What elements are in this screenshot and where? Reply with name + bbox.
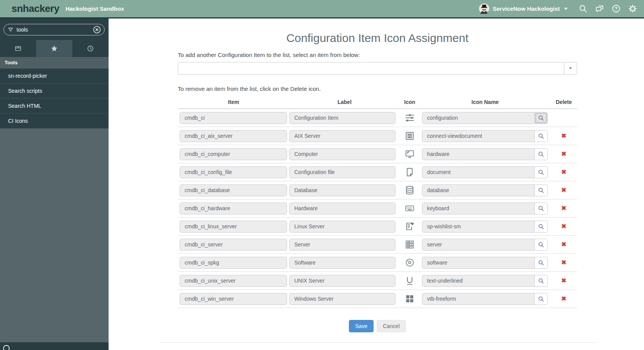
icon-name-input[interactable] <box>422 257 535 269</box>
icon-search-button[interactable] <box>534 221 548 233</box>
cancel-button[interactable]: Cancel <box>377 320 406 332</box>
filter-navigator-input[interactable] <box>17 27 93 33</box>
delete-icon[interactable]: ✖ <box>561 260 566 266</box>
nav-section-tools[interactable]: Tools <box>0 57 108 69</box>
item-input[interactable] <box>180 184 287 196</box>
icon-search-button[interactable] <box>534 112 548 124</box>
item-input[interactable] <box>180 112 287 124</box>
item-input[interactable] <box>180 148 287 160</box>
magnifier-icon <box>538 206 544 211</box>
item-input[interactable] <box>180 166 287 178</box>
app-logo[interactable]: snhackery <box>12 3 59 15</box>
label-input[interactable] <box>289 148 395 160</box>
label-input[interactable] <box>289 221 395 233</box>
delete-icon[interactable]: ✖ <box>561 187 566 193</box>
tab-history[interactable] <box>72 40 108 57</box>
delete-icon[interactable]: ✖ <box>561 223 566 229</box>
item-input[interactable] <box>180 239 287 251</box>
column-item: Item <box>178 99 289 105</box>
avatar <box>479 3 489 14</box>
item-input[interactable] <box>180 275 287 287</box>
icon-search-button[interactable] <box>534 203 548 214</box>
form-actions: Save Cancel <box>178 320 577 332</box>
clear-filter-button[interactable] <box>93 25 101 34</box>
item-input[interactable] <box>180 130 287 142</box>
item-input[interactable] <box>180 293 287 305</box>
item-input[interactable] <box>180 257 287 269</box>
icon-search-button[interactable] <box>534 166 548 178</box>
delete-icon[interactable]: ✖ <box>561 169 566 175</box>
label-input[interactable] <box>289 130 395 142</box>
icon-search-button[interactable] <box>534 130 548 142</box>
label-input[interactable] <box>289 257 395 269</box>
table-row: ✖ <box>178 290 577 308</box>
user-menu[interactable]: ServiceNow Hackologist <box>479 3 568 14</box>
table-row: ✖ <box>178 236 577 254</box>
tab-all-applications[interactable] <box>0 40 36 57</box>
sidebar-item-search-html[interactable]: Search HTML <box>0 99 108 114</box>
magnifier-icon <box>538 242 544 248</box>
label-input[interactable] <box>289 275 395 287</box>
label-input[interactable] <box>289 112 395 124</box>
tab-favorites[interactable] <box>36 40 72 57</box>
ci-select-value <box>178 62 564 74</box>
chat-icon[interactable] <box>595 4 604 13</box>
icon-search-button[interactable] <box>534 275 548 287</box>
delete-icon[interactable]: ✖ <box>561 205 566 211</box>
icon-name-input[interactable] <box>422 275 535 287</box>
circle-x-icon <box>93 25 101 34</box>
save-button[interactable]: Save <box>349 320 374 332</box>
gear-icon[interactable] <box>628 4 637 13</box>
icon-name-input[interactable] <box>422 130 535 142</box>
sidebar-item-sn-record-picker[interactable]: sn-record-picker <box>0 69 108 84</box>
delete-icon[interactable]: ✖ <box>561 151 566 157</box>
instance-name: Hackologist Sandbox <box>65 5 124 12</box>
sidebar-item-ci-icons[interactable]: CI Icons <box>0 114 108 129</box>
icon-name-input[interactable] <box>422 148 535 160</box>
magnifier-icon <box>538 296 544 302</box>
sliders-icon <box>400 113 420 123</box>
item-input[interactable] <box>180 203 287 214</box>
add-instruction: To add another Configuration Item to the… <box>178 52 577 58</box>
ci-select-caret-button[interactable] <box>564 62 577 74</box>
search-icon[interactable] <box>579 4 587 13</box>
ci-select[interactable] <box>178 62 577 75</box>
chevron-down-icon <box>569 67 572 69</box>
icon-search-button[interactable] <box>534 184 548 196</box>
svg-text:?: ? <box>615 6 617 12</box>
delete-icon[interactable]: ✖ <box>561 241 566 248</box>
magnifier-icon <box>538 260 544 266</box>
icon-name-input[interactable] <box>422 166 535 178</box>
delete-icon[interactable]: ✖ <box>561 296 566 302</box>
label-input[interactable] <box>289 166 395 178</box>
icon-name-input[interactable] <box>422 112 535 124</box>
label-input[interactable] <box>289 239 395 251</box>
icon-name-input[interactable] <box>422 221 535 233</box>
column-label: Label <box>289 99 400 105</box>
star-icon <box>50 45 58 52</box>
icon-search-button[interactable] <box>534 293 548 305</box>
label-input[interactable] <box>289 293 395 305</box>
funnel-icon <box>8 27 13 33</box>
archive-box-icon <box>14 45 22 52</box>
help-icon[interactable]: ? <box>612 4 621 13</box>
magnifier-icon <box>538 278 544 284</box>
delete-icon[interactable]: ✖ <box>561 133 566 139</box>
item-input[interactable] <box>180 221 287 233</box>
icon-search-button[interactable] <box>534 257 548 269</box>
icon-search-button[interactable] <box>534 148 548 160</box>
icon-name-input[interactable] <box>422 184 535 196</box>
icon-search-button[interactable] <box>534 239 548 251</box>
label-input[interactable] <box>289 184 395 196</box>
icon-name-input[interactable] <box>422 203 535 214</box>
footer-circle-icon[interactable] <box>3 345 10 350</box>
table-row: ✖ <box>178 163 577 181</box>
sidebar-item-search-scripts[interactable]: Search scripts <box>0 84 108 99</box>
icon-name-input[interactable] <box>422 239 535 251</box>
column-delete: Delete <box>551 99 577 105</box>
label-input[interactable] <box>289 203 395 214</box>
delete-icon[interactable]: ✖ <box>561 278 566 284</box>
magnifier-icon <box>538 133 544 139</box>
filter-input-box <box>3 24 105 35</box>
icon-name-input[interactable] <box>422 293 535 305</box>
